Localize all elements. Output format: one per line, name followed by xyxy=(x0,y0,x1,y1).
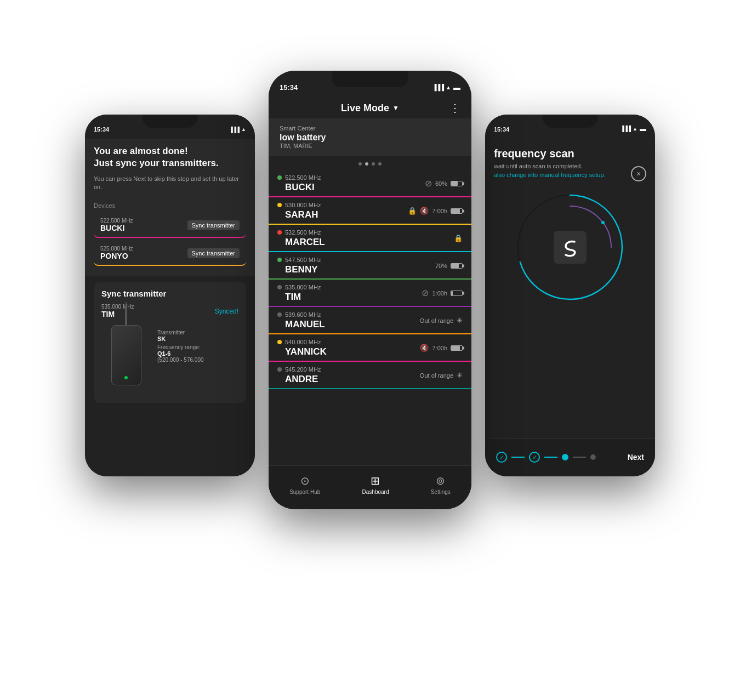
battery-yannick xyxy=(451,345,463,351)
channel-yannick[interactable]: 540.000 MHz YANNICK 🔇 7:00h xyxy=(269,334,471,362)
wizard-step-1: ✓ xyxy=(496,452,507,463)
name-sarah: SARAH xyxy=(285,209,321,220)
device-action-bucki[interactable]: Sync transmitter xyxy=(187,220,240,230)
status-benny: 70% xyxy=(435,263,463,269)
name-tim: TIM xyxy=(285,292,321,303)
lock-icon-marcel: 🔒 xyxy=(454,234,463,242)
dot-sarah xyxy=(277,203,282,207)
sync-title: Sync transmitter xyxy=(101,289,238,298)
wifi-icon-center: ▲ xyxy=(446,84,451,90)
wizard-step-4 xyxy=(590,454,596,460)
battery-icon-right: ▬ xyxy=(640,125,646,133)
status-andre: Out of range ✳ xyxy=(420,371,463,379)
notch-right xyxy=(543,115,597,128)
nav-support-hub[interactable]: ⊙ Support Hub xyxy=(289,474,320,495)
wizard-step-3 xyxy=(562,454,568,460)
channel-marcel[interactable]: 532.500 MHz MARCEL 🔒 xyxy=(269,225,471,252)
smart-center-names: TIM, MARIE xyxy=(280,143,460,149)
channel-benny[interactable]: 547.500 MHz BENNY 70% xyxy=(269,252,471,280)
battery-benny xyxy=(451,263,463,269)
freq-scan-link[interactable]: also change into manual frequency setup. xyxy=(494,172,646,178)
dot-benny xyxy=(277,258,282,262)
name-benny: BENNY xyxy=(285,264,321,275)
nav-dashboard[interactable]: ⊞ Dashboard xyxy=(362,474,389,495)
name-yannick: YANNICK xyxy=(285,346,327,357)
dot-andre xyxy=(277,367,282,372)
name-marcel: MARCEL xyxy=(285,237,325,248)
mute-icon-yannick: 🔇 xyxy=(420,344,429,352)
wizard-step-2: ✓ xyxy=(529,452,540,463)
device-row-ponyo[interactable]: 525.000 MHz PONYO Sync transmitter xyxy=(94,241,246,266)
close-button[interactable]: × xyxy=(631,166,646,181)
banner-dot-2 xyxy=(365,162,368,166)
wizard-steps: ✓ ✓ xyxy=(496,452,596,463)
more-options-icon[interactable]: ⋮ xyxy=(449,101,460,115)
mute-icon-sarah: 🔇 xyxy=(420,207,429,215)
dropdown-arrow[interactable]: ▼ xyxy=(392,104,399,112)
sync-status: Synced! xyxy=(215,308,238,315)
time-left: 15:34 xyxy=(94,126,109,133)
banner-dot-3 xyxy=(372,162,375,166)
freq-scan-subtitle: wait until auto scan is completed. xyxy=(494,162,646,170)
lock-icon-sarah: 🔒 xyxy=(408,207,417,215)
support-hub-icon: ⊙ xyxy=(300,474,310,487)
channel-sarah[interactable]: 530.000 MHz SARAH 🔒 🔇 7:00h xyxy=(269,197,471,225)
phone-right: 15:34 ▐▐▐ ▲ ▬ × frequency scan wait unti… xyxy=(485,115,655,476)
transmitter-info: Transmitter SK Frequency range: Q1-6 (52… xyxy=(157,329,204,363)
mute-icon-bucki: ⊘ xyxy=(425,178,432,189)
sync-panel: Sync transmitter 535.000 MHz TIM Synced! xyxy=(94,282,246,403)
battery-sarah xyxy=(451,208,463,214)
dot-yannick xyxy=(277,340,282,344)
status-bucki: ⊘ 60% xyxy=(425,178,463,189)
signal-icon-center: ▐▐▐ xyxy=(432,84,443,90)
name-bucki: BUCKI xyxy=(285,182,321,193)
nav-settings-label: Settings xyxy=(431,489,451,495)
status-marcel: 🔒 xyxy=(454,234,463,242)
bt-icon-andre: ✳ xyxy=(457,371,463,379)
status-sarah: 🔒 🔇 7:00h xyxy=(408,207,463,215)
left-phone-content: You are almost done!Just sync your trans… xyxy=(85,139,255,476)
smart-center-banner[interactable]: Smart Center low battery TIM, MARIE xyxy=(269,118,471,156)
time-right: 15:34 xyxy=(494,126,509,133)
dashboard-icon: ⊞ xyxy=(371,474,380,487)
channel-list: 522.500 MHz BUCKI ⊘ 60% xyxy=(269,170,471,389)
right-phone-content: × frequency scan wait until auto scan is… xyxy=(485,139,655,476)
left-devices-label: Devices xyxy=(94,202,246,209)
wizard-bottom: ✓ ✓ Next xyxy=(485,438,655,476)
battery-icon-center: ▬ xyxy=(453,83,460,92)
left-subtitle: You can press Next to skip this step and… xyxy=(94,175,246,192)
banner-dot-4 xyxy=(378,162,382,166)
dot-manuel xyxy=(277,312,282,317)
device-row-bucki[interactable]: 522.500 MHz BUCKI Sync transmitter xyxy=(94,213,246,238)
banner-dots xyxy=(269,158,471,170)
phone-center: 15:34 ▐▐▐ ▲ ▬ Live Mode ▼ ⋮ Smart Center xyxy=(269,71,471,509)
status-tim: ⊘ 1:00h xyxy=(422,288,463,298)
channel-tim[interactable]: 535.000 MHz TIM ⊘ 1:00h xyxy=(269,280,471,307)
smart-center-label: Smart Center xyxy=(280,125,460,132)
channel-manuel[interactable]: 539.600 MHz MANUEL Out of range ✳ xyxy=(269,307,471,334)
name-andre: ANDRE xyxy=(285,374,321,385)
wizard-step-line-1 xyxy=(511,457,525,458)
battery-tim xyxy=(451,291,463,296)
center-header: Live Mode ▼ ⋮ xyxy=(269,98,471,118)
center-phone-content: Live Mode ▼ ⋮ Smart Center low battery T… xyxy=(269,98,471,509)
bottom-nav: ⊙ Support Hub ⊞ Dashboard ⊚ Settings xyxy=(269,465,471,509)
device-freq-ponyo: 525.000 MHz xyxy=(100,246,133,252)
nav-support-hub-label: Support Hub xyxy=(289,489,320,495)
device-name-ponyo: PONYO xyxy=(100,252,133,260)
device-freq-bucki: 522.500 MHz xyxy=(100,218,133,224)
bt-icon-manuel: ✳ xyxy=(457,316,463,325)
sync-name: TIM xyxy=(101,310,134,318)
live-mode-title: Live Mode xyxy=(341,103,389,114)
dot-tim xyxy=(277,285,282,289)
nav-settings[interactable]: ⊚ Settings xyxy=(431,474,451,495)
frequency-scan-visual xyxy=(510,187,630,308)
device-name-bucki: BUCKI xyxy=(100,224,133,232)
device-action-ponyo[interactable]: Sync transmitter xyxy=(187,248,240,258)
banner-dot-1 xyxy=(358,162,362,166)
sync-device-row: 535.000 MHz TIM Synced! xyxy=(101,304,238,318)
wifi-icon-left: ▲ xyxy=(241,127,246,132)
next-button[interactable]: Next xyxy=(628,453,644,462)
channel-andre[interactable]: 545.200 MHz ANDRE Out of range ✳ xyxy=(269,362,471,389)
channel-bucki[interactable]: 522.500 MHz BUCKI ⊘ 60% xyxy=(269,170,471,197)
